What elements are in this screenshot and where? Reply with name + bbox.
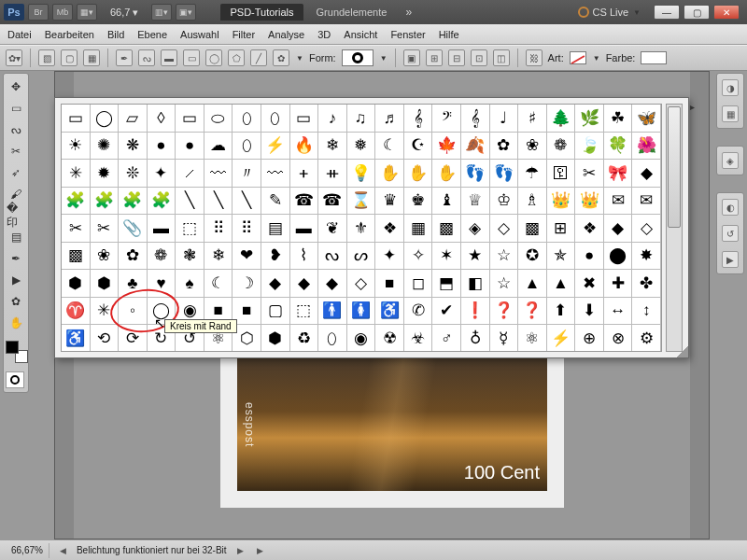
shape-cell[interactable]: ⚛	[518, 325, 547, 352]
shape-cell[interactable]: ✹	[91, 160, 120, 188]
shape-cell[interactable]: ♫	[347, 105, 376, 133]
shape-cell[interactable]: ⠿	[233, 215, 261, 243]
shape-cell[interactable]: 〰	[204, 160, 233, 188]
shape-cell[interactable]: ✆	[404, 298, 433, 326]
ellipse-shape-icon[interactable]: ◯	[205, 49, 222, 66]
shape-cell[interactable]: ◆	[604, 215, 633, 243]
mode-shape-layers[interactable]: ▧	[38, 49, 55, 66]
shape-cell[interactable]: ⬚	[176, 215, 204, 243]
shape-cell[interactable]: ᚐ	[290, 160, 319, 188]
shape-cell[interactable]: ◆	[290, 270, 319, 298]
shape-cell[interactable]: ▤	[261, 215, 290, 243]
shape-cell[interactable]: ✔	[432, 298, 461, 326]
shape-cell[interactable]: ◆	[632, 160, 661, 188]
shape-cell[interactable]: ☾	[375, 133, 404, 161]
menu-filter[interactable]: Filter	[233, 29, 255, 40]
shape-cell[interactable]: 📎	[119, 215, 148, 243]
eyedropper-tool[interactable]: ➶	[6, 163, 26, 182]
shape-cell[interactable]: ▩	[62, 243, 91, 271]
shape-cell[interactable]: ♕	[461, 188, 490, 216]
shape-cell[interactable]: ▲	[518, 270, 547, 298]
foreground-background-colors[interactable]	[6, 341, 28, 363]
shape-cell[interactable]: ◆	[318, 270, 347, 298]
menu-bearbeiten[interactable]: Bearbeiten	[45, 29, 94, 40]
zoom-display[interactable]: 66,7 ▾	[101, 7, 148, 19]
shape-cell[interactable]: ↕	[632, 298, 661, 326]
shape-cell[interactable]: ▭	[176, 105, 204, 133]
shape-cell[interactable]: ✿	[490, 133, 519, 161]
shape-picker-scrollbar[interactable]	[666, 104, 683, 352]
shape-cell[interactable]: 👣	[461, 160, 490, 188]
shape-cell[interactable]: ⟋	[176, 160, 204, 188]
menu-bild[interactable]: Bild	[107, 29, 124, 40]
shape-cell[interactable]: ♥	[148, 270, 176, 298]
shape-cell[interactable]: ▢	[261, 298, 290, 326]
shape-cell[interactable]: ✂	[62, 215, 91, 243]
shape-cell[interactable]: ■	[375, 270, 404, 298]
shape-cell[interactable]: ✂	[91, 215, 120, 243]
shape-cell[interactable]: ⬆	[547, 298, 576, 326]
shape-cell[interactable]: 💡	[347, 160, 376, 188]
roundrect-shape-icon[interactable]: ▭	[183, 49, 200, 66]
shape-cell[interactable]: ▭	[62, 105, 91, 133]
shape-cell[interactable]: ◈	[461, 215, 490, 243]
shape-cell[interactable]: ✳	[91, 298, 120, 326]
shape-cell[interactable]: ☎	[290, 188, 319, 216]
status-menu[interactable]: ▶	[254, 546, 266, 555]
status-prev[interactable]: ◀	[57, 546, 69, 555]
shape-cell[interactable]: ♪	[318, 105, 347, 133]
shape-cell[interactable]: ⬢	[91, 270, 120, 298]
cslive-icon[interactable]	[578, 7, 589, 18]
shape-cell[interactable]: ⌛	[347, 188, 376, 216]
shape-cell[interactable]: ♯	[518, 105, 547, 133]
status-zoom[interactable]: 66,67%	[6, 543, 49, 558]
polygon-shape-icon[interactable]: ⬠	[228, 49, 245, 66]
workspace-tab[interactable]: Grundelemente	[307, 4, 397, 21]
bridge-button[interactable]: Br	[28, 4, 49, 21]
menu-auswahl[interactable]: Auswahl	[180, 29, 219, 40]
shape-cell[interactable]: 〃	[233, 160, 261, 188]
shape-cell[interactable]: ✳	[62, 160, 91, 188]
hand-tool[interactable]: ✋	[6, 314, 26, 332]
shape-cell[interactable]: ✖	[575, 270, 604, 298]
lasso-tool[interactable]: ᔓ	[6, 120, 26, 139]
shape-cell[interactable]: ✋	[432, 160, 461, 188]
shape-cell[interactable]: ♈	[62, 298, 91, 326]
pathop-subtract[interactable]: ⊟	[448, 49, 465, 66]
shape-cell[interactable]: ⊗	[604, 325, 633, 352]
shape-cell[interactable]: 🌺	[632, 133, 661, 161]
shape-cell[interactable]: ▩	[432, 215, 461, 243]
shape-cell[interactable]: 👑	[575, 188, 604, 216]
freeform-pen-icon[interactable]: ᔓ	[138, 49, 155, 66]
shape-picker-arrow[interactable]: ▼	[380, 54, 388, 63]
shape-cell[interactable]: ✦	[375, 243, 404, 271]
shape-cell[interactable]: ✶	[432, 243, 461, 271]
shape-cell[interactable]: ⚡	[547, 325, 576, 352]
workspace-tab-active[interactable]: PSD-Tutorials	[220, 4, 303, 21]
shape-cell[interactable]: ☂	[518, 160, 547, 188]
shape-cell[interactable]: ❄	[204, 243, 233, 271]
shape-cell[interactable]: ⊞	[547, 215, 576, 243]
shape-cell[interactable]: 🍂	[461, 133, 490, 161]
shape-cell[interactable]: ✋	[375, 160, 404, 188]
shape-cell[interactable]: ❀	[91, 243, 120, 271]
shape-cell[interactable]: ⠿	[204, 215, 233, 243]
shape-cell[interactable]: ●	[575, 243, 604, 271]
history-panel-icon[interactable]: ↺	[722, 225, 739, 242]
shape-cell[interactable]: ╲	[233, 188, 261, 216]
shape-cell[interactable]: 𝄞	[404, 105, 433, 133]
menu-hilfe[interactable]: Hilfe	[439, 29, 459, 40]
shape-cell[interactable]: 🍀	[604, 133, 633, 161]
pathop-exclude[interactable]: ◫	[493, 49, 510, 66]
shape-cell[interactable]: ⬚	[290, 298, 319, 326]
shape-cell[interactable]: ♝	[432, 188, 461, 216]
menu-3d[interactable]: 3D	[317, 29, 331, 40]
shape-cell[interactable]: ✸	[632, 243, 661, 271]
shape-cell[interactable]: ♗	[518, 188, 547, 216]
shape-cell[interactable]: 〰	[261, 160, 290, 188]
shape-cell[interactable]: ╲	[176, 188, 204, 216]
shape-cell[interactable]: ▲	[547, 270, 576, 298]
shape-cell[interactable]: ✉	[632, 188, 661, 216]
shape-cell[interactable]: ⬒	[432, 270, 461, 298]
shape-cell[interactable]: ❁	[547, 133, 576, 161]
